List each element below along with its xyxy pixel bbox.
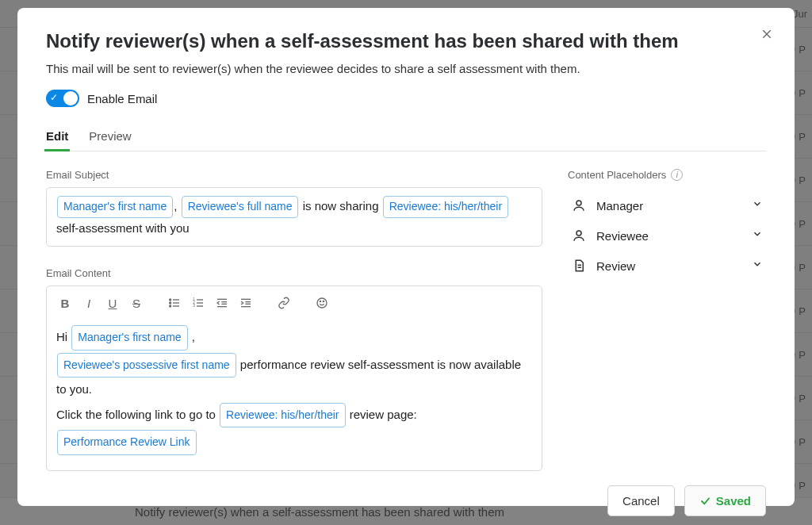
svg-point-47	[576, 201, 581, 205]
info-icon[interactable]: i	[671, 169, 683, 181]
link-button[interactable]	[274, 293, 294, 313]
placeholder-chip[interactable]: Reviewee's possessive first name	[57, 353, 236, 377]
document-icon	[571, 258, 587, 274]
svg-point-26	[170, 302, 171, 304]
placeholder-label: Reviewee	[596, 229, 649, 243]
placeholder-item-review[interactable]: Review	[568, 251, 766, 281]
left-column: Email Subject Manager's first name, Revi…	[46, 169, 542, 471]
enable-email-toggle[interactable]: ✓	[46, 90, 79, 107]
placeholders-header-text: Content Placeholders	[568, 169, 666, 181]
tab-preview[interactable]: Preview	[89, 126, 131, 151]
text: is now sharing	[299, 199, 381, 213]
text: ,	[174, 199, 177, 213]
italic-button[interactable]: I	[79, 293, 99, 313]
placeholder-item-manager[interactable]: Manager	[568, 190, 766, 220]
subject-label: Email Subject	[46, 169, 542, 181]
svg-point-28	[170, 305, 171, 307]
ordered-list-button[interactable]: 123	[188, 293, 209, 313]
toggle-knob	[63, 91, 78, 105]
saved-label: Saved	[716, 494, 751, 508]
placeholder-chip[interactable]: Manager's first name	[57, 196, 173, 218]
content-label: Email Content	[46, 267, 542, 279]
placeholder-label: Review	[596, 259, 635, 273]
chevron-down-icon	[752, 198, 763, 213]
modal-subtitle: This mail will be sent to reviewer(s) wh…	[46, 62, 766, 75]
content-body[interactable]: Hi Manager's first name , Reviewee's pos…	[47, 320, 542, 469]
check-icon: ✓	[50, 92, 58, 103]
enable-email-row: ✓ Enable Email	[46, 90, 766, 107]
svg-point-46	[323, 301, 324, 302]
indent-button[interactable]	[236, 293, 256, 313]
cancel-button[interactable]: Cancel	[607, 485, 675, 516]
placeholder-chip[interactable]: Reviewee: his/her/their	[383, 196, 508, 218]
modal-title: Notify reviewer(s) when a self-assessmen…	[46, 30, 766, 52]
text: review page:	[347, 408, 417, 421]
svg-text:3: 3	[193, 305, 195, 308]
placeholder-label: Manager	[596, 199, 643, 213]
placeholder-chip[interactable]: Performance Review Link	[57, 430, 197, 454]
placeholder-chip[interactable]: Reviewee: his/her/their	[220, 403, 345, 427]
modal: Notify reviewer(s) when a self-assessmen…	[17, 8, 795, 506]
bullet-list-button[interactable]	[164, 293, 185, 313]
placeholders-header: Content Placeholders i	[568, 169, 766, 181]
text: self-assessment with you	[56, 221, 190, 235]
svg-point-45	[320, 301, 320, 302]
tab-edit[interactable]: Edit	[46, 126, 68, 151]
subject-input[interactable]: Manager's first name, Reviewee's full na…	[46, 187, 542, 247]
chevron-down-icon	[752, 228, 763, 243]
bold-button[interactable]: B	[55, 293, 75, 313]
enable-email-label: Enable Email	[87, 92, 157, 105]
placeholder-item-reviewee[interactable]: Reviewee	[568, 220, 766, 251]
modal-body: Email Subject Manager's first name, Revi…	[46, 169, 766, 471]
svg-point-24	[170, 299, 171, 301]
text: Click the following link to go to	[56, 408, 219, 421]
outdent-button[interactable]	[212, 293, 232, 313]
tabs: Edit Preview	[46, 126, 766, 151]
strike-button[interactable]: S	[126, 293, 147, 313]
placeholders-panel: Content Placeholders i Manager Reviewee	[568, 169, 766, 471]
svg-point-48	[576, 231, 581, 236]
saved-button[interactable]: Saved	[684, 485, 766, 516]
text: Hi	[56, 330, 71, 343]
close-button[interactable]	[756, 24, 777, 44]
placeholder-chip[interactable]: Manager's first name	[71, 325, 187, 350]
person-icon	[571, 197, 587, 213]
editor-toolbar: B I U S 123	[47, 286, 542, 320]
emoji-button[interactable]	[312, 293, 332, 313]
svg-point-44	[317, 298, 327, 308]
modal-footer: Cancel Saved	[46, 485, 766, 516]
underline-button[interactable]: U	[102, 293, 123, 313]
chevron-down-icon	[752, 259, 763, 273]
person-icon	[571, 228, 587, 243]
placeholder-chip[interactable]: Reviewee's full name	[182, 196, 299, 218]
content-editor: B I U S 123 Hi Manager's first name ,	[46, 285, 542, 470]
text: ,	[189, 330, 195, 343]
